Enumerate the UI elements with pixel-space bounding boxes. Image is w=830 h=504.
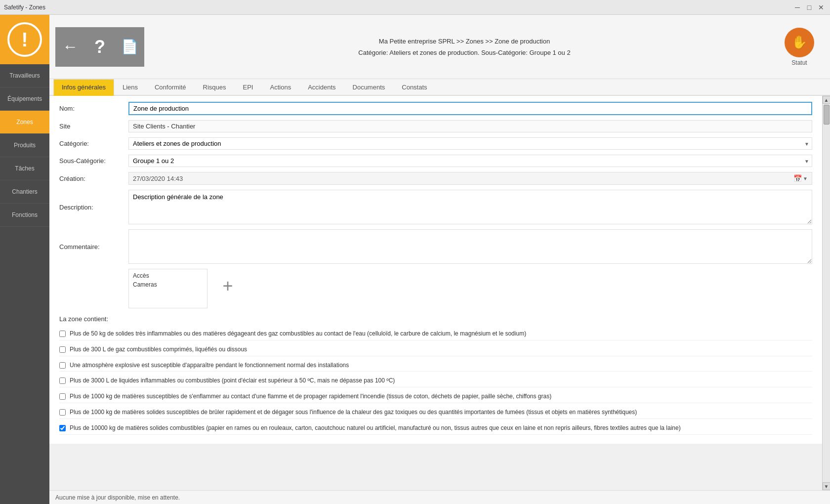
calendar-icon[interactable]: 📅 [793, 174, 802, 182]
zone-contient-section: La zone contient: [59, 315, 812, 323]
checkbox-3[interactable] [59, 362, 66, 369]
add-attachment-button[interactable]: + [215, 274, 240, 298]
checkbox-row-1: Plus de 50 kg de solides très inflammabl… [59, 328, 812, 340]
document-icon: 📄 [121, 39, 138, 55]
site-value: Site Clients - Chantier [128, 120, 812, 132]
categorie-row: Catégorie: Ateliers et zones de producti… [59, 137, 812, 150]
close-button[interactable]: ✕ [816, 2, 826, 12]
plus-icon: + [222, 276, 233, 296]
commentaire-row: Commentaire: [59, 229, 812, 264]
attachment-area: Accès Cameras + [128, 269, 812, 308]
creation-label: Création: [59, 175, 128, 182]
nom-row: Nom: [59, 102, 812, 115]
title-bar: Safetify - Zones ─ □ ✕ [0, 0, 830, 15]
top-bar: ← ? 📄 Ma Petite entreprise SPRL >> Zones… [49, 15, 830, 79]
statut-button[interactable]: ✋ Statut [785, 28, 814, 66]
tab-actions[interactable]: Actions [262, 79, 300, 96]
commentaire-input[interactable] [128, 229, 812, 264]
checkbox-label-6: Plus de 1000 kg de matières solides susc… [70, 408, 637, 417]
status-bar: Aucune mise à jour disponible, mise en a… [49, 490, 830, 504]
scroll-up-button[interactable]: ▲ [823, 96, 830, 104]
creation-row: Création: 27/03/2020 14:43 📅 ▼ [59, 172, 812, 185]
scrollbar: ▲ ▼ [822, 96, 830, 490]
checkbox-label-7: Plus de 10000 kg de matières solides com… [70, 424, 681, 432]
statut-icon: ✋ [785, 28, 814, 57]
checkbox-2[interactable] [59, 346, 66, 353]
checkbox-row-2: Plus de 300 L de gaz combustibles compri… [59, 343, 812, 356]
checkbox-label-3: Une atmosphère explosive est susceptible… [70, 361, 349, 370]
sidebar-item-fonctions[interactable]: Fonctions [0, 204, 49, 227]
checkbox-4[interactable] [59, 378, 66, 384]
title-bar-title: Safetify - Zones [4, 4, 45, 11]
sous-categorie-label: Sous-Catégorie: [59, 157, 128, 165]
attachment-list: Accès Cameras [128, 269, 208, 308]
checkbox-label-5: Plus de 1000 kg de matières susceptibles… [70, 392, 551, 401]
tab-liens[interactable]: Liens [114, 79, 146, 96]
form-area: Nom: Site Site Clients - Chantier Catégo… [49, 96, 822, 444]
tab-infos-generales[interactable]: Infos générales [53, 79, 114, 96]
creation-datetime: 27/03/2020 14:43 📅 ▼ [128, 172, 812, 185]
scroll-thumb[interactable] [824, 105, 830, 125]
commentaire-label: Commentaire: [59, 243, 128, 251]
creation-dropdown-icon[interactable]: ▼ [803, 176, 808, 181]
back-icon: ← [62, 38, 78, 56]
sidebar-item-zones[interactable]: Zones [0, 111, 49, 134]
help-button[interactable]: ? [85, 27, 115, 67]
minimize-button[interactable]: ─ [792, 2, 802, 12]
sous-categorie-select-wrapper: Groupe 1 ou 2 ▼ [128, 155, 812, 167]
sidebar-item-travailleurs[interactable]: Travailleurs [0, 64, 49, 87]
status-message: Aucune mise à jour disponible, mise en a… [55, 494, 180, 501]
breadcrumb: Ma Petite entreprise SPRL >> Zones >> Zo… [379, 38, 550, 45]
tab-epi[interactable]: EPI [235, 79, 262, 96]
document-button[interactable]: 📄 [115, 27, 144, 67]
tab-accidents[interactable]: Accidents [299, 79, 344, 96]
checkbox-label-4: Plus de 3000 L de liquides inflammables … [70, 377, 395, 385]
checkbox-1[interactable] [59, 331, 66, 337]
back-button[interactable]: ← [55, 27, 85, 67]
tab-constats[interactable]: Constats [393, 79, 435, 96]
scroll-down-button[interactable]: ▼ [823, 482, 830, 490]
checkbox-row-5: Plus de 1000 kg de matières susceptibles… [59, 390, 812, 403]
checkbox-7[interactable] [59, 425, 66, 431]
checkbox-row-4: Plus de 3000 L de liquides inflammables … [59, 375, 812, 387]
maximize-button[interactable]: □ [804, 2, 814, 12]
sidebar-item-equipements[interactable]: Équipements [0, 87, 49, 111]
sidebar-item-taches[interactable]: Tâches [0, 157, 49, 180]
description-row: Description: [59, 190, 812, 224]
checkbox-6[interactable] [59, 409, 66, 416]
tab-risques[interactable]: Risques [195, 79, 235, 96]
scrollbar-area: Nom: Site Site Clients - Chantier Catégo… [49, 96, 830, 490]
nom-input[interactable] [128, 102, 812, 115]
sous-categorie-select[interactable]: Groupe 1 ou 2 [128, 155, 812, 167]
site-label: Site [59, 123, 128, 130]
tab-documents[interactable]: Documents [344, 79, 394, 96]
category-info: Catégorie: Ateliers et zones de producti… [358, 49, 570, 56]
nom-label: Nom: [59, 105, 128, 112]
checkbox-row-3: Une atmosphère explosive est susceptible… [59, 359, 812, 372]
help-icon: ? [94, 37, 105, 57]
main-scroll[interactable]: Nom: Site Site Clients - Chantier Catégo… [49, 96, 822, 490]
description-input[interactable] [128, 190, 812, 224]
categorie-label: Catégorie: [59, 140, 128, 147]
sidebar-item-produits[interactable]: Produits [0, 134, 49, 157]
description-label: Description: [59, 204, 128, 211]
sidebar: ! Travailleurs Équipements Zones Produit… [0, 15, 49, 504]
scroll-track[interactable] [823, 104, 830, 482]
checkbox-row-6: Plus de 1000 kg de matières solides susc… [59, 406, 812, 419]
tabs-bar: Infos générales Liens Conformité Risques… [49, 79, 830, 96]
sidebar-logo: ! [0, 15, 49, 64]
categorie-select[interactable]: Ateliers et zones de production [128, 137, 812, 150]
sidebar-item-chantiers[interactable]: Chantiers [0, 180, 49, 204]
statut-label: Statut [791, 59, 807, 66]
checkbox-label-1: Plus de 50 kg de solides très inflammabl… [70, 330, 526, 338]
sous-categorie-row: Sous-Catégorie: Groupe 1 ou 2 ▼ [59, 155, 812, 167]
attachment-item-cameras[interactable]: Cameras [133, 280, 203, 289]
checkbox-5[interactable] [59, 393, 66, 400]
attachment-item-acces[interactable]: Accès [133, 271, 203, 280]
checkbox-label-2: Plus de 300 L de gaz combustibles compri… [70, 345, 247, 354]
app-body: ! Travailleurs Équipements Zones Produit… [0, 15, 830, 504]
logo-icon: ! [7, 22, 42, 57]
checkbox-row-7: Plus de 10000 kg de matières solides com… [59, 422, 812, 435]
site-row: Site Site Clients - Chantier [59, 120, 812, 132]
tab-conformite[interactable]: Conformité [146, 79, 195, 96]
